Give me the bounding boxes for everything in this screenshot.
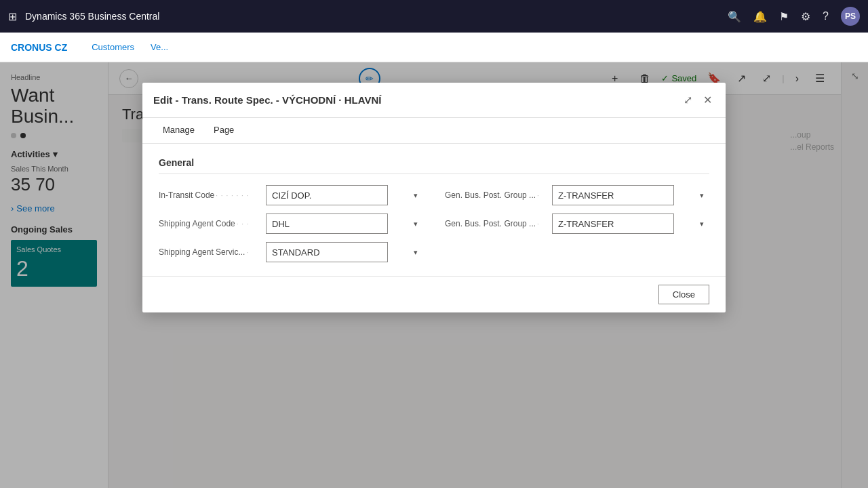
app-title: Dynamics 365 Business Central <box>25 11 719 22</box>
main-area: Headline Want Busin... Activities ▾ Sale… <box>0 62 868 488</box>
waffle-menu-icon[interactable]: ⊞ <box>8 10 17 23</box>
field-shipping-agent-code: Shipping Agent Code · · · DHL <box>159 214 423 234</box>
shipping-agent-code-select[interactable]: DHL <box>266 214 388 234</box>
modal-overlay: Edit - Trans. Route Spec. - VÝCHODNÍ · H… <box>0 62 868 488</box>
shipping-agent-code-label: Shipping Agent Code · · · <box>159 219 260 228</box>
close-button[interactable]: Close <box>658 285 709 304</box>
notification-icon[interactable]: 🔔 <box>753 10 767 23</box>
form-grid: In-Transit Code · · · · · · · CIZÍ DOP. <box>159 185 709 262</box>
field-in-transit-code: In-Transit Code · · · · · · · CIZÍ DOP. <box>159 185 423 205</box>
shipping-agent-code-wrapper: DHL <box>266 214 423 234</box>
gen-bus-post-group-1-label: Gen. Bus. Post. Group ... · <box>445 190 547 200</box>
modal-header: Edit - Trans. Route Spec. - VÝCHODNÍ · H… <box>142 83 726 118</box>
nav-vendors[interactable]: Ve... <box>142 33 176 62</box>
edit-modal: Edit - Trans. Route Spec. - VÝCHODNÍ · H… <box>142 83 726 312</box>
tab-manage[interactable]: Manage <box>153 118 204 143</box>
top-bar-icons: 🔍 🔔 ⚑ ⚙ ? PS <box>728 7 860 26</box>
nav-customers[interactable]: Customers <box>83 33 142 62</box>
flag-icon[interactable]: ⚑ <box>779 10 789 23</box>
role-nav: CRONUS CZ Customers Ve... <box>0 33 868 62</box>
in-transit-code-select[interactable]: CIZÍ DOP. <box>266 185 388 205</box>
avatar[interactable]: PS <box>841 7 860 26</box>
gen-bus-post-group-2-select[interactable]: Z-TRANSFER <box>552 214 674 234</box>
modal-tabs: Manage Page <box>142 118 726 144</box>
in-transit-code-label: In-Transit Code · · · · · · · <box>159 190 260 200</box>
help-icon[interactable]: ? <box>823 10 829 22</box>
gen-bus-post-group-2-label: Gen. Bus. Post. Group ... · <box>445 219 547 228</box>
modal-footer: Close <box>142 276 726 312</box>
search-icon[interactable]: 🔍 <box>728 10 741 23</box>
modal-header-icons: ⤢ ✕ <box>681 92 715 108</box>
modal-expand-icon[interactable]: ⤢ <box>681 92 695 108</box>
empty-cell <box>445 242 709 262</box>
top-bar: ⊞ Dynamics 365 Business Central 🔍 🔔 ⚑ ⚙ … <box>0 0 868 33</box>
modal-body: General In-Transit Code · · · · · · · CI… <box>142 144 726 276</box>
section-general-title: General <box>159 157 709 174</box>
shipping-agent-service-label: Shipping Agent Servic... · <box>159 247 260 257</box>
brand-name: CRONUS CZ <box>11 42 67 53</box>
field-gen-bus-post-group-2: Gen. Bus. Post. Group ... · Z-TRANSFER <box>445 214 709 234</box>
field-shipping-agent-service: Shipping Agent Servic... · STANDARD <box>159 242 423 262</box>
gen-bus-post-group-1-wrapper: Z-TRANSFER <box>552 185 709 205</box>
modal-close-icon[interactable]: ✕ <box>701 92 715 108</box>
shipping-agent-service-wrapper: STANDARD <box>266 242 423 262</box>
gen-bus-post-group-2-wrapper: Z-TRANSFER <box>552 214 709 234</box>
settings-icon[interactable]: ⚙ <box>801 10 810 23</box>
modal-title: Edit - Trans. Route Spec. - VÝCHODNÍ · H… <box>153 94 681 106</box>
tab-page[interactable]: Page <box>204 118 243 143</box>
gen-bus-post-group-1-select[interactable]: Z-TRANSFER <box>552 185 674 205</box>
in-transit-code-wrapper: CIZÍ DOP. <box>266 185 423 205</box>
field-gen-bus-post-group-1: Gen. Bus. Post. Group ... · Z-TRANSFER <box>445 185 709 205</box>
shipping-agent-service-select[interactable]: STANDARD <box>266 242 388 262</box>
